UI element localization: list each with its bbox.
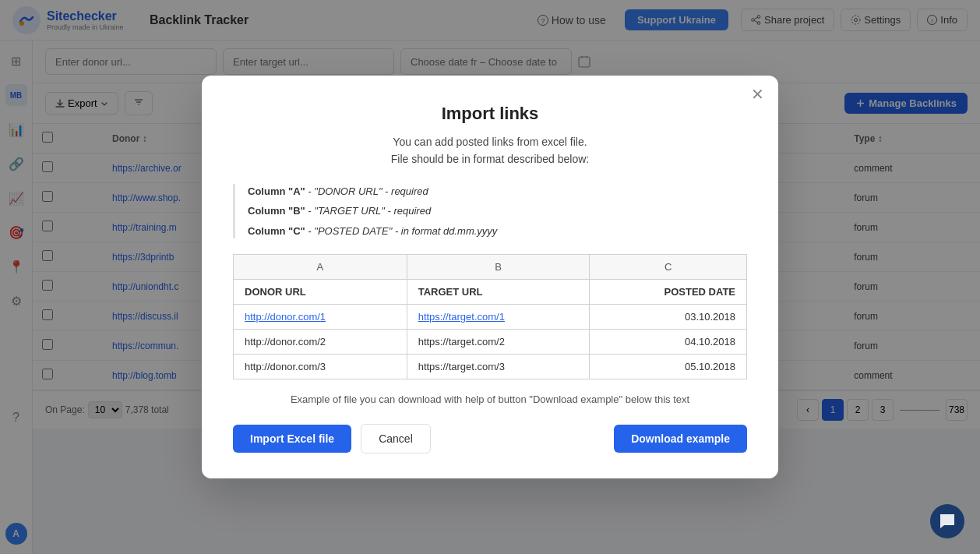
example-target-2: https://target.com/2: [407, 330, 590, 355]
column-a-info: Column "A" - "DONOR URL" - required: [248, 184, 747, 199]
download-example-button[interactable]: Download example: [614, 425, 747, 453]
example-label-donor: DONOR URL: [234, 280, 407, 305]
modal-actions: Import Excel file Cancel Download exampl…: [233, 424, 747, 453]
example-row-1: http://donor.com/1 https://target.com/1 …: [234, 305, 747, 330]
modal-description: You can add posted links from excel file…: [233, 133, 747, 168]
example-label-target: TARGET URL: [407, 280, 590, 305]
example-row-2: http://donor.com/2 https://target.com/2 …: [234, 330, 747, 355]
modal-columns-info: Column "A" - "DONOR URL" - required Colu…: [233, 184, 747, 239]
example-donor-3: http://donor.com/3: [234, 355, 407, 379]
modal-hint: Example of file you can download with he…: [233, 393, 747, 405]
modal-title: Import links: [233, 104, 747, 124]
modal-close-button[interactable]: ✕: [751, 86, 764, 102]
chat-icon: [939, 513, 956, 530]
import-modal: ✕ Import links You can add posted links …: [202, 76, 778, 478]
cancel-button[interactable]: Cancel: [361, 424, 431, 453]
modal-overlay[interactable]: ✕ Import links You can add posted links …: [0, 0, 980, 554]
chat-bubble[interactable]: [930, 504, 964, 538]
example-donor-1: http://donor.com/1: [245, 311, 326, 323]
example-table: A B C DONOR URL TARGET URL POSTED DATE h…: [233, 254, 747, 379]
example-target-1: https://target.com/1: [418, 311, 505, 323]
example-row-3: http://donor.com/3 https://target.com/3 …: [234, 355, 747, 379]
example-date-1: 03.10.2018: [590, 305, 747, 330]
example-date-2: 04.10.2018: [590, 330, 747, 355]
example-col-b: B: [407, 255, 590, 280]
example-col-a: A: [234, 255, 407, 280]
example-donor-2: http://donor.com/2: [234, 330, 407, 355]
column-c-info: Column "C" - "POSTED DATE" - in format d…: [248, 224, 747, 239]
example-col-c: C: [590, 255, 747, 280]
example-date-3: 05.10.2018: [590, 355, 747, 379]
import-excel-button[interactable]: Import Excel file: [233, 425, 351, 453]
column-b-info: Column "B" - "TARGET URL" - required: [248, 203, 747, 219]
example-label-date: POSTED DATE: [590, 280, 747, 305]
example-target-3: https://target.com/3: [407, 355, 590, 379]
